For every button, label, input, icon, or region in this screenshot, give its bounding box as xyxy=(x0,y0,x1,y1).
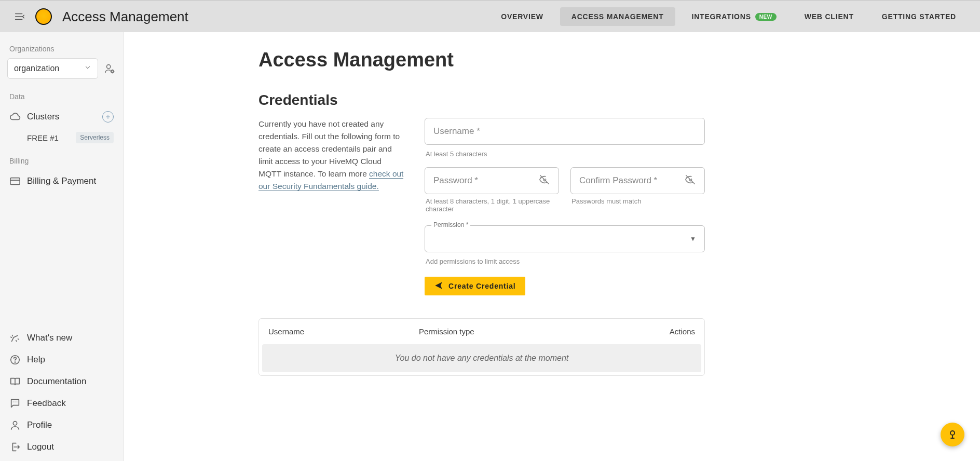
password-helper: At least 8 characters, 1 digit, 1 upperc… xyxy=(426,197,558,213)
sidebar-data-label: Data xyxy=(9,92,114,101)
nav-access-management[interactable]: Access Management xyxy=(560,7,675,26)
nav-integrations[interactable]: Integrations NEW xyxy=(680,7,788,26)
nav-web-client[interactable]: Web Client xyxy=(793,7,865,26)
confirm-password-field-wrapper xyxy=(570,167,705,194)
sidebar-item-label: Help xyxy=(27,355,45,365)
sidebar-item-label: Logout xyxy=(27,442,54,452)
credentials-form: At least 5 characters At least 8 charact… xyxy=(425,118,705,295)
sidebar-item-help[interactable]: Help xyxy=(7,349,116,371)
sidebar-billing-label: Billing xyxy=(9,157,114,165)
password-field-wrapper xyxy=(425,167,559,194)
sidebar-item-label: Feedback xyxy=(27,398,66,409)
sidebar-item-documentation[interactable]: Documentation xyxy=(7,371,116,392)
sidebar-item-whats-new[interactable]: What's new xyxy=(7,327,116,349)
sidebar-item-label: Clusters xyxy=(27,112,59,122)
book-icon xyxy=(9,376,21,387)
sidebar-cluster-item[interactable]: FREE #1 Serverless xyxy=(7,128,116,147)
svg-point-5 xyxy=(13,422,17,425)
sidebar-item-feedback[interactable]: Feedback xyxy=(7,392,116,414)
confirm-password-input[interactable] xyxy=(579,175,685,186)
organization-selected-value: organization xyxy=(14,64,59,73)
create-credential-label: Create Credential xyxy=(448,282,516,290)
main-content: Access Management Credentials Currently … xyxy=(124,32,980,461)
sidebar-item-label: Documentation xyxy=(27,376,86,387)
nav-getting-started[interactable]: Getting Started xyxy=(870,7,968,26)
sidebar-item-label: Profile xyxy=(27,420,52,430)
help-fab[interactable] xyxy=(941,423,964,446)
sidebar: Organizations organization Data Clusters xyxy=(0,32,124,461)
username-input[interactable] xyxy=(433,126,696,137)
username-helper: At least 5 characters xyxy=(426,150,704,158)
visibility-off-icon[interactable] xyxy=(539,174,550,187)
dropdown-caret-icon: ▼ xyxy=(690,235,696,242)
sidebar-item-label: Billing & Payment xyxy=(27,176,96,186)
nav-overview[interactable]: Overview xyxy=(489,7,555,26)
svg-point-0 xyxy=(107,65,111,69)
chevron-down-icon xyxy=(84,64,91,73)
new-badge: NEW xyxy=(755,13,777,21)
menu-toggle-icon[interactable] xyxy=(12,9,27,24)
brand-logo xyxy=(35,8,52,25)
organization-select[interactable]: organization xyxy=(7,58,98,79)
permission-select[interactable]: Permission * ▼ xyxy=(425,225,705,252)
sparkle-icon xyxy=(9,332,21,344)
sidebar-item-profile[interactable]: Profile xyxy=(7,414,116,436)
cluster-name: FREE #1 xyxy=(27,133,59,142)
visibility-off-icon[interactable] xyxy=(685,174,696,187)
send-icon xyxy=(434,281,443,292)
create-credential-button[interactable]: Create Credential xyxy=(425,277,525,295)
nav-integrations-label: Integrations xyxy=(692,12,751,21)
permission-helper: Add permissions to limit access xyxy=(426,257,704,265)
sidebar-item-logout[interactable]: Logout xyxy=(7,436,116,458)
sidebar-item-label: What's new xyxy=(27,333,72,343)
table-col-username: Username xyxy=(268,327,419,336)
username-field-wrapper xyxy=(425,118,705,145)
user-icon xyxy=(9,419,21,431)
add-cluster-button[interactable] xyxy=(102,111,114,123)
table-header-row: Username Permission type Actions xyxy=(259,319,704,344)
sidebar-item-billing[interactable]: Billing & Payment xyxy=(7,170,116,192)
chat-icon xyxy=(9,398,21,409)
top-nav: Overview Access Management Integrations … xyxy=(489,7,968,26)
logout-icon xyxy=(9,441,21,453)
svg-rect-2 xyxy=(10,178,20,185)
help-icon xyxy=(9,354,21,365)
top-bar: Access Management Overview Access Manage… xyxy=(0,0,980,32)
credit-card-icon xyxy=(9,175,21,187)
confirm-password-helper: Passwords must match xyxy=(571,197,704,205)
credentials-table: Username Permission type Actions You do … xyxy=(258,318,705,376)
sidebar-organizations-label: Organizations xyxy=(9,45,114,53)
cloud-icon xyxy=(9,111,21,123)
table-col-permission: Permission type xyxy=(419,327,633,336)
table-col-actions: Actions xyxy=(633,327,695,336)
table-empty-state: You do not have any credentials at the m… xyxy=(262,344,701,372)
svg-point-6 xyxy=(950,431,955,435)
serverless-chip: Serverless xyxy=(76,132,114,143)
credentials-heading: Credentials xyxy=(258,92,705,109)
sidebar-item-clusters[interactable]: Clusters xyxy=(7,106,116,128)
svg-point-4 xyxy=(15,362,15,362)
page-title: Access Management xyxy=(62,9,188,25)
main-title: Access Management xyxy=(258,49,705,71)
credentials-intro-text: Currently you have not created any crede… xyxy=(258,118,404,295)
permission-label: Permission * xyxy=(431,221,470,228)
organization-settings-icon[interactable] xyxy=(103,62,116,75)
password-input[interactable] xyxy=(433,175,539,186)
